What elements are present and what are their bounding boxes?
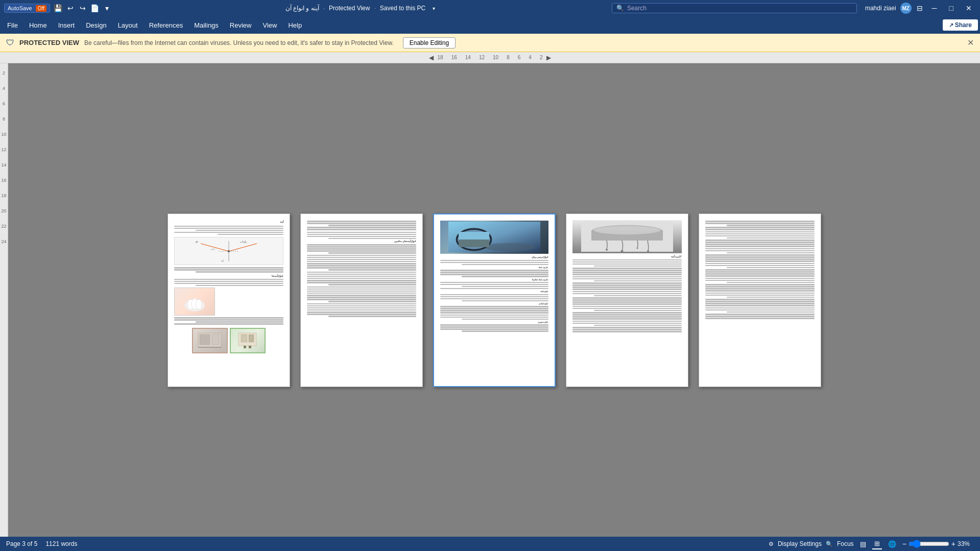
svg-point-12	[196, 299, 202, 309]
svg-rect-28	[459, 232, 489, 239]
titlebar-left: AutoSave Off 💾 ↩ ↪ 📄 ▾	[4, 4, 111, 13]
share-icon: ↗	[949, 22, 955, 28]
vr-16: 16	[1, 178, 6, 183]
search-input[interactable]	[627, 5, 852, 12]
undo-icon[interactable]: ↩	[66, 4, 75, 12]
page-5[interactable]	[699, 213, 821, 387]
redo-icon[interactable]: ↪	[79, 4, 87, 12]
user-name: mahdi ziaei	[865, 5, 896, 12]
page-3[interactable]: انواع ترسی برای تعاریف ابعاد تعاریف ابعا…	[433, 213, 556, 387]
title-bar: AutoSave Off 💾 ↩ ↪ 📄 ▾ آینه و انواع آن ·…	[0, 0, 980, 16]
menu-bar: File Home Insert Design Layout Reference…	[0, 16, 980, 34]
svg-point-7	[228, 250, 230, 252]
print-layout-view-button[interactable]: ▤	[858, 539, 868, 549]
minimize-button[interactable]: ─	[928, 0, 941, 16]
save-icon[interactable]: 💾	[54, 4, 62, 12]
vr-4: 4	[3, 86, 5, 91]
menu-insert[interactable]: Insert	[53, 19, 80, 31]
page-4[interactable]: کاربرد آینه	[566, 213, 688, 387]
car-mirror-image	[440, 221, 548, 254]
page-1-content: آینه	[168, 214, 290, 387]
ruler-mark-4: 4	[524, 55, 536, 60]
separator1: ·	[323, 5, 325, 12]
document-area[interactable]: آینه	[8, 63, 980, 537]
menu-file[interactable]: File	[2, 19, 23, 31]
svg-text:قانون: قانون	[210, 248, 215, 250]
more-tools-icon[interactable]: ▾	[103, 4, 111, 12]
page-5-content	[699, 214, 821, 387]
svg-rect-29	[459, 239, 489, 247]
zoom-out-button[interactable]: −	[902, 540, 906, 548]
ruler-inner: 18 16 14 12 10 8 6 4 2	[434, 55, 547, 60]
titlebar-right: 🔍 mahdi ziaei MZ ⊟ ─ □ ✕	[612, 0, 976, 16]
word-count: 1121 words	[45, 540, 77, 547]
svg-line-2	[229, 244, 257, 251]
protected-view-bar: 🛡 PROTECTED VIEW Be careful—files from t…	[0, 34, 980, 52]
svg-point-35	[636, 248, 638, 249]
page-4-content: کاربرد آینه	[566, 214, 688, 387]
ruler-mark-10: 10	[489, 55, 503, 60]
ruler: ◀ 18 16 14 12 10 8 6 4 2 ▶	[0, 52, 980, 63]
share-button[interactable]: ↗ Share	[943, 19, 978, 31]
ruler-mark-12: 12	[475, 55, 489, 60]
titlebar-center: آینه و انواع آن · Protected View · Saved…	[111, 4, 612, 12]
page-2[interactable]: انواع آینه‌های ماشین	[300, 213, 423, 387]
svg-rect-14	[241, 334, 247, 342]
search-bar[interactable]: 🔍	[612, 3, 857, 13]
page-2-content: انواع آینه‌های ماشین	[301, 214, 422, 387]
svg-rect-19	[200, 334, 210, 345]
menu-review[interactable]: Review	[225, 19, 257, 31]
statusbar-left: Page 3 of 5 1121 words	[6, 540, 77, 547]
ruler-mark-8: 8	[503, 55, 514, 60]
pages-strip: آینه	[137, 63, 852, 537]
svg-point-23	[484, 243, 535, 251]
vr-14: 14	[1, 162, 6, 167]
svg-rect-20	[212, 334, 219, 345]
svg-text:تابش: تابش	[196, 240, 199, 244]
menu-design[interactable]: Design	[81, 19, 111, 31]
ruler-right-arrow[interactable]: ▶	[546, 54, 551, 61]
svg-text:بازتاب: بازتاب	[240, 240, 247, 244]
view-mode: Protected View	[329, 5, 370, 12]
zoom-range-input[interactable]	[909, 540, 949, 548]
shield-icon: 🛡	[6, 38, 14, 47]
page-1[interactable]: آینه	[168, 213, 290, 387]
autosave-button[interactable]: AutoSave Off	[4, 4, 50, 13]
menu-home[interactable]: Home	[24, 19, 52, 31]
multi-page-view-button[interactable]: ⊞	[872, 539, 882, 549]
ribbon-display-icon[interactable]: ⊟	[916, 4, 924, 12]
menu-references[interactable]: References	[144, 19, 188, 31]
zoom-level: 33%	[958, 540, 974, 547]
page-3-content: انواع ترسی برای تعاریف ابعاد تعاریف ابعا…	[434, 214, 555, 386]
close-button[interactable]: ✕	[962, 0, 976, 16]
vr-8: 8	[3, 116, 5, 122]
search-icon: 🔍	[616, 5, 624, 12]
menu-layout[interactable]: Layout	[113, 19, 143, 31]
zoom-slider: − + 33%	[902, 540, 974, 548]
svg-point-37	[594, 226, 660, 234]
maximize-button[interactable]: □	[945, 0, 958, 16]
ruler-mark-2: 2	[536, 55, 547, 60]
zoom-in-button[interactable]: +	[951, 540, 955, 548]
svg-rect-15	[249, 334, 254, 342]
avatar[interactable]: MZ	[900, 3, 912, 14]
close-protected-bar-button[interactable]: ✕	[967, 38, 974, 47]
ruler-mark-18: 18	[434, 55, 447, 60]
svg-rect-16	[244, 346, 246, 348]
enable-editing-button[interactable]: Enable Editing	[403, 37, 456, 49]
menu-view[interactable]: View	[257, 19, 282, 31]
ruler-left-arrow[interactable]: ◀	[429, 54, 434, 61]
menu-help[interactable]: Help	[283, 19, 307, 31]
new-doc-icon[interactable]: 📄	[91, 4, 99, 12]
focus-label[interactable]: Focus	[837, 540, 854, 547]
protected-view-message: Be careful—files from the Internet can c…	[84, 39, 394, 46]
svg-text:آینه: آینه	[221, 259, 224, 262]
piano-image	[572, 220, 682, 253]
protected-view-title: PROTECTED VIEW	[19, 39, 79, 46]
display-settings-label[interactable]: Display Settings	[778, 540, 822, 547]
menu-mailings[interactable]: Mailings	[189, 19, 224, 31]
display-settings-icon: ⚙	[769, 541, 774, 547]
focus-icon: 🔍	[826, 541, 833, 547]
save-state-dropdown[interactable]: ▾	[429, 4, 438, 12]
web-view-button[interactable]: 🌐	[886, 539, 898, 549]
